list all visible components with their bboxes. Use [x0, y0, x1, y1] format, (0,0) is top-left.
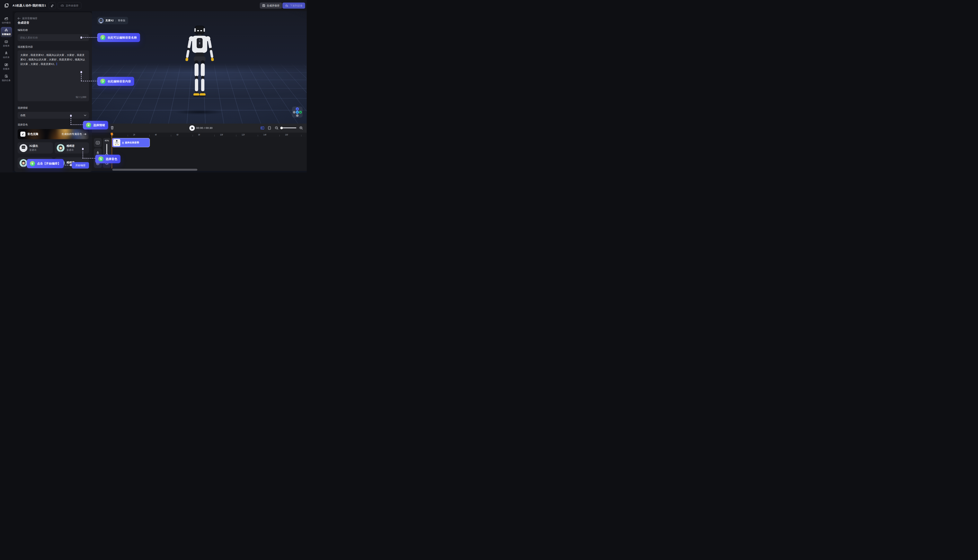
voice-lang: 普通话 — [67, 148, 75, 152]
app-window: A1机器人动作-我的项目1 文件未保存 合成并保存 下发到设备 动作模仿 音频编… — [0, 0, 307, 172]
save-label: 合成并保存 — [267, 4, 280, 7]
volume-value: 40% — [103, 139, 111, 142]
back-to-audio-arrange[interactable]: 返回音频编排 — [18, 17, 37, 20]
step-number-badge: 4 — [86, 123, 91, 128]
music-folder-icon — [4, 63, 8, 67]
ruler-label: 8f — [199, 133, 209, 137]
robot-face-icon — [4, 40, 8, 43]
action-clip[interactable]: 超帅走路姿势 — [112, 138, 150, 147]
timeline-zoom-slider[interactable] — [281, 127, 296, 128]
task-list-icon — [4, 74, 8, 78]
voice-name: X2原生 — [29, 144, 38, 148]
nav-label: 动作模仿 — [2, 21, 11, 24]
nav-label: 我的任务 — [2, 79, 11, 82]
clone-cta: 生成你的专属音色 — [62, 132, 86, 136]
badge-divider: | — [115, 19, 116, 22]
emotion-value: 自然 — [20, 113, 25, 117]
ruler-label: 6f — [177, 133, 187, 137]
connector-line — [83, 158, 95, 158]
clip-label-row: 超帅走路姿势 — [122, 141, 139, 144]
name-label: 编辑名称 — [18, 28, 28, 32]
nav-label: 表情库 — [3, 44, 10, 47]
walking-person-icon — [122, 142, 124, 144]
nav-audio-library[interactable]: 音频库 — [1, 62, 12, 72]
material-name-input[interactable] — [18, 34, 89, 41]
playhead-line — [112, 135, 112, 168]
slider-thumb[interactable] — [280, 127, 283, 129]
nav-my-tasks[interactable]: 我的任务 — [1, 73, 12, 83]
volume-slider-track[interactable] — [107, 144, 107, 155]
save-button[interactable]: 合成并保存 — [260, 3, 282, 8]
file-unsaved-label: 文件未保存 — [66, 4, 78, 7]
content-label: 描述配音内容 — [18, 45, 33, 49]
back-label: 返回音频编排 — [22, 17, 37, 20]
tip-select-voice: 5 选择音色 — [95, 155, 120, 163]
connector-dot — [82, 148, 84, 150]
arrow-right-icon — [83, 133, 86, 135]
zoom-out-icon[interactable] — [275, 126, 279, 130]
connector-line — [71, 117, 71, 125]
voice-avatar-robot — [20, 144, 27, 152]
zoom-in-icon[interactable] — [299, 126, 303, 130]
timeline-tracks: 0f 2f 4f 6f 8f 10f 12f 14f 16f 40% — [92, 133, 307, 171]
chevron-down-icon — [84, 115, 86, 116]
clone-title: 音色克隆 — [27, 132, 38, 136]
step-number-badge: 5 — [98, 157, 103, 162]
ruler-label: 2f — [133, 133, 144, 137]
expand-clip-icon[interactable] — [268, 126, 271, 130]
timeline-ruler[interactable]: 0f 2f 4f 6f 8f 10f 12f 14f 16f — [112, 133, 307, 137]
tip-text: 在此可以编辑语音名称 — [108, 36, 137, 40]
nav-motion-mimic[interactable]: 动作模仿 — [1, 15, 12, 25]
timeline-horizontal-scrollbar[interactable] — [112, 169, 197, 171]
synthesis-panel: 返回音频编排 合成语音 编辑名称 描述配音内容 大家好，我是灵犀X2，很高兴认识… — [15, 12, 92, 172]
sparkles-icon — [4, 28, 8, 32]
robot-avatar — [98, 18, 103, 23]
emotion-select[interactable]: 自然 — [18, 112, 89, 119]
play-button[interactable] — [189, 125, 195, 131]
connector-line — [63, 165, 70, 165]
clapperboard-icon — [4, 17, 8, 20]
connector-line — [83, 150, 83, 158]
voice-lang: 普通话 — [29, 148, 38, 152]
tip-text: 在此编辑语音内容 — [108, 80, 131, 83]
voice-card-zhihuijun[interactable]: 稚晖君普通话 — [55, 142, 89, 153]
nav-audio-arrange[interactable]: 音频编排 — [1, 27, 12, 37]
ruler-label: 16f — [285, 133, 296, 137]
axis-x-label: X — [300, 112, 301, 113]
connector-dot — [80, 37, 82, 39]
left-nav: 动作模仿 音频编排 表情库 动作库 音频库 我的任务 — [0, 11, 13, 172]
tip-edit-name: 2 在此可以编辑语音名称 — [97, 33, 140, 42]
nav-label: 音频编排 — [2, 33, 11, 36]
trash-icon[interactable] — [110, 126, 114, 130]
deploy-to-device-button[interactable]: 下发到设备 — [282, 3, 305, 8]
tip-text: 点击【开始编排】 — [37, 162, 61, 165]
clip-thumbnail — [113, 139, 120, 146]
expression-track-button[interactable] — [94, 138, 102, 147]
connector-line — [71, 124, 83, 125]
robot-model[interactable] — [175, 23, 224, 109]
robot-badge: 灵犀X2 | 青春版 — [97, 17, 128, 24]
voice-content-text: 大家好，我是灵犀X2，很高兴认识大家，大家好，我是灵犀X2，很高兴认识大家，大家… — [20, 53, 85, 65]
nav-action-library[interactable]: 动作库 — [1, 50, 12, 60]
start-arrange-button[interactable]: 开始编排 — [72, 162, 89, 168]
cloud-unsaved-icon — [61, 4, 64, 7]
voice-card-x2[interactable]: X2原生普通话 — [18, 142, 53, 153]
connector-dot — [70, 115, 72, 117]
file-unsaved-button[interactable]: 文件未保存 — [58, 2, 81, 9]
voice-content-textarea[interactable]: 大家好，我是灵犀X2，很高兴认识大家，大家好，我是灵犀X2，很高兴认识大家，大家… — [18, 50, 89, 101]
robot-edition: 青春版 — [118, 19, 125, 22]
viewport-3d[interactable]: 灵犀X2 | 青春版 Z Y X — [92, 11, 307, 123]
tip-text: 选择音色 — [106, 157, 117, 161]
fit-timeline-icon[interactable] — [260, 126, 264, 130]
nav-expression-library[interactable]: 表情库 — [1, 38, 12, 48]
ruler-label: 10f — [220, 133, 230, 137]
axis-gizmo[interactable]: Z Y X — [292, 107, 302, 118]
ruler-label: 0f — [112, 133, 122, 137]
voice-name: 稚晖君 — [67, 144, 75, 148]
wink-face-icon — [96, 141, 100, 145]
rename-button[interactable] — [48, 2, 56, 9]
top-bar: A1机器人动作-我的项目1 文件未保存 合成并保存 下发到设备 — [0, 0, 307, 11]
tip-edit-content: 3 在此编辑语音内容 — [97, 77, 134, 86]
robot-name: 灵犀X2 — [105, 19, 113, 22]
voice-clone-banner[interactable]: 音色克隆 生成你的专属音色 — [18, 129, 89, 139]
